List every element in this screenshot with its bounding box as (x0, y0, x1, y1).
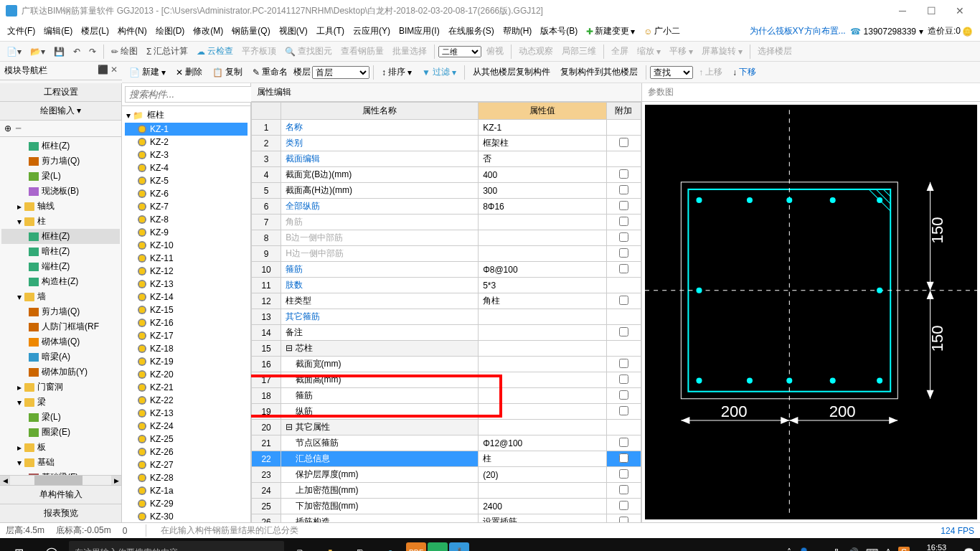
comp-item[interactable]: KZ-2 (125, 136, 248, 149)
dynamic-view-button[interactable]: 动态观察 (515, 43, 557, 60)
property-row[interactable]: 2类别框架柱 (252, 136, 641, 151)
tip-link[interactable]: 为什么筏板XY方向布置... (745, 22, 850, 40)
prop-value[interactable]: 400 (479, 167, 607, 183)
prop-value[interactable]: 否 (479, 151, 607, 167)
comp-item[interactable]: KZ-12 (125, 265, 248, 278)
rotate-button[interactable]: 屏幕旋转▾ (698, 43, 746, 60)
prop-value[interactable]: (20) (479, 467, 607, 483)
menu-item[interactable]: 工具(T) (312, 23, 349, 39)
batch-select-button[interactable]: 批量选择 (389, 43, 430, 60)
property-row[interactable]: 10箍筋Φ8@100 (252, 262, 641, 278)
maximize-button[interactable]: ☐ (917, 0, 946, 22)
prop-value[interactable] (479, 388, 607, 404)
tree-item[interactable]: 框柱(Z) (1, 138, 120, 154)
app-pdf-icon[interactable]: PDF (406, 542, 426, 551)
save-icon[interactable]: 💾 (50, 44, 68, 59)
property-row[interactable]: 11肢数5*3 (252, 278, 641, 293)
extra-checkbox[interactable] (619, 232, 628, 242)
search-select[interactable]: 查找 (650, 66, 693, 79)
extra-checkbox[interactable] (619, 517, 628, 523)
delete-button[interactable]: ✕删除 (171, 64, 207, 80)
comp-item[interactable]: KZ-5 (125, 174, 248, 187)
prop-value[interactable] (479, 372, 607, 388)
section-draw-input[interactable]: 绘图输入 ▾ (0, 102, 121, 121)
property-row[interactable]: 17 截面高(mm) (252, 372, 641, 388)
prop-value[interactable]: Φ12@100 (479, 435, 607, 451)
prop-value[interactable]: 角柱 (479, 293, 607, 309)
local-3d-button[interactable]: 局部三维 (558, 43, 600, 60)
expand-icon[interactable]: ▸ (17, 443, 22, 453)
prop-value[interactable] (479, 404, 607, 420)
comp-item[interactable]: KZ-26 (125, 446, 248, 458)
prop-value[interactable] (479, 215, 607, 230)
property-row[interactable]: 22 汇总信息柱 (252, 451, 641, 467)
expand-icon[interactable]: ▸ (17, 382, 22, 392)
filter-button[interactable]: ▼过滤▾ (418, 64, 461, 80)
pan-button[interactable]: 平移▾ (666, 43, 697, 60)
menu-item[interactable]: 构件(N) (113, 23, 151, 39)
tree-item[interactable]: 梁(L) (1, 169, 120, 184)
comp-item[interactable]: KZ-4 (125, 161, 248, 174)
property-row[interactable]: 6全部纵筋8Φ16 (252, 199, 641, 215)
redo-icon[interactable]: ↷ (85, 44, 100, 59)
expand-icon[interactable]: ▾ (17, 458, 22, 468)
property-row[interactable]: 20⊟ 其它属性 (252, 420, 641, 435)
comp-item[interactable]: KZ-16 (125, 316, 248, 329)
tree-item[interactable]: 框柱(Z) (1, 229, 120, 244)
prop-value[interactable] (479, 341, 607, 357)
comp-item[interactable]: KZ-19 (125, 355, 248, 368)
app-swirl-icon[interactable]: ֍ (346, 538, 374, 551)
floor-select[interactable]: 首层 (312, 66, 369, 79)
extra-checkbox[interactable] (619, 327, 628, 336)
expand-icon[interactable]: ▾ (17, 397, 22, 408)
extra-checkbox[interactable] (619, 201, 628, 210)
dimension-select[interactable]: 二维 (438, 46, 481, 57)
extra-checkbox[interactable] (619, 138, 628, 147)
select-floor-button[interactable]: 选择楼层 (754, 43, 796, 60)
menu-item[interactable]: 帮助(H) (499, 23, 537, 39)
prop-value[interactable]: 5*3 (479, 278, 607, 293)
comp-item[interactable]: KZ-28 (125, 471, 248, 484)
category-tree[interactable]: 框柱(Z)剪力墙(Q)梁(L)现浇板(B)▸轴线▾柱框柱(Z)暗柱(Z)端柱(Z… (0, 137, 121, 475)
comp-item[interactable]: KZ-1a (125, 484, 248, 497)
app-blue-icon[interactable]: ➕ (449, 542, 469, 551)
tree-item[interactable]: ▾墙 (1, 289, 120, 304)
tree-item[interactable]: 剪力墙(Q) (1, 304, 120, 319)
comp-item[interactable]: KZ-22 (125, 394, 248, 407)
taskview-icon[interactable]: ⧉ (286, 538, 314, 551)
menu-item[interactable]: 在线服务(S) (444, 23, 499, 39)
tray-cloud-icon[interactable]: ☁ (816, 547, 825, 551)
sum-calc-button[interactable]: Σ 汇总计算 (143, 43, 192, 60)
menu-item[interactable]: 楼层(L) (77, 23, 113, 39)
section-project-settings[interactable]: 工程设置 (0, 83, 121, 102)
comp-item[interactable]: KZ-17 (125, 329, 248, 342)
property-row[interactable]: 24 上加密范围(mm) (252, 483, 641, 499)
comp-item[interactable]: KZ-13 (125, 278, 248, 291)
notification-icon[interactable]: 💬 (963, 547, 974, 551)
tray-chevron-icon[interactable]: ˄ (787, 547, 791, 551)
tree-item[interactable]: ▸轴线 (1, 199, 120, 214)
prop-value[interactable]: 8Φ16 (479, 199, 607, 215)
start-button[interactable]: ⊞ (3, 538, 34, 551)
prop-value[interactable]: KZ-1 (479, 120, 607, 136)
property-row[interactable]: 1名称KZ-1 (252, 120, 641, 136)
tree-item[interactable]: 构造柱(Z) (1, 274, 120, 289)
comp-item[interactable]: KZ-15 (125, 303, 248, 316)
nav-scrollbar[interactable]: ◀▶ (0, 475, 121, 485)
tree-item[interactable]: 基础梁(F) (1, 470, 120, 475)
tree-item[interactable]: 端柱(Z) (1, 259, 120, 274)
section-single-input[interactable]: 单构件输入 (0, 485, 121, 504)
property-row[interactable]: 5截面高(H边)(mm)300 (252, 183, 641, 199)
undo-icon[interactable]: ↶ (70, 44, 84, 59)
minimize-button[interactable]: ─ (888, 0, 917, 22)
tree-mode-icon[interactable]: ⊕ (4, 123, 11, 133)
property-table[interactable]: 属性名称 属性值 附加 1名称KZ-12类别框架柱3截面编辑否4截面宽(B边)(… (251, 102, 641, 522)
comp-item[interactable]: KZ-18 (125, 342, 248, 355)
taskbar-search[interactable]: 在这里输入你要搜索的内容 (69, 541, 284, 551)
comp-item[interactable]: KZ-10 (125, 239, 248, 252)
comp-item[interactable]: KZ-3 (125, 149, 248, 161)
zoom-button[interactable]: 缩放▾ (633, 43, 664, 60)
prop-value[interactable]: 框架柱 (479, 136, 607, 151)
extra-checkbox[interactable] (619, 390, 628, 400)
property-row[interactable]: 19 纵筋 (252, 404, 641, 420)
